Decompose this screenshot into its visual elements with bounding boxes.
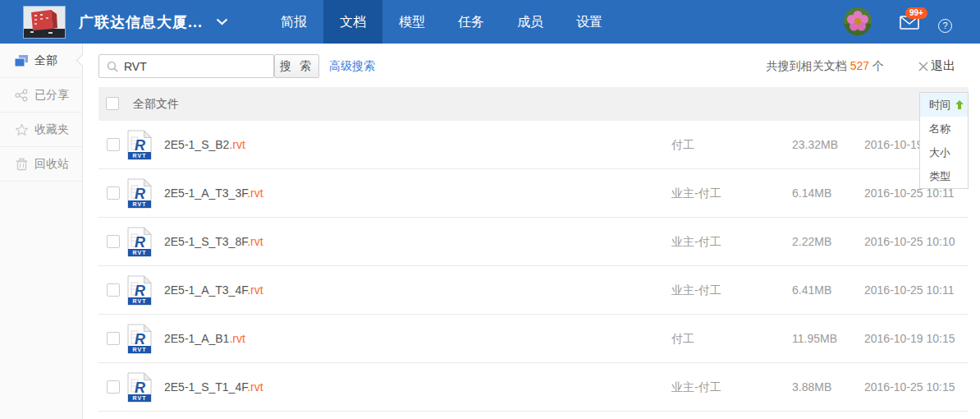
message-count-badge: 99+ [905, 7, 927, 19]
file-extension: .rvt [247, 283, 263, 297]
sort-option-time[interactable]: 时间 [920, 93, 968, 117]
table-row[interactable]: R RVT 2E5-1_A_B1.rvt 付工 11.95MB 2016-10-… [98, 315, 969, 363]
table-row[interactable]: R RVT 2E5-1_S_T1_4F.rvt 业主-付工 3.88MB 201… [98, 363, 969, 412]
size-cell: 23.32MB [792, 121, 838, 169]
project-switcher[interactable]: 广联达信息大厦... [79, 0, 228, 44]
help-button[interactable]: ? [938, 19, 952, 33]
table-row[interactable]: R RVT 2E5-1_S_T3_8F.rvt 业主-付工 2.22MB 201… [98, 218, 969, 266]
row-checkbox[interactable] [107, 332, 120, 345]
date-cell: 2016-10-25 10:10 [864, 218, 955, 266]
result-suffix: 个 [872, 59, 884, 72]
file-base-name: 2E5-1_S_T3_8F [164, 235, 247, 248]
search-icon [107, 61, 119, 73]
svg-text:RVT: RVT [133, 395, 147, 401]
search-toolbar: 搜 索 高级搜索 共搜到相关文档527个 退出 [98, 54, 969, 78]
star-icon [14, 123, 29, 136]
main-nav: 简报 文档 模型 任务 成员 设置 [264, 0, 619, 44]
flower-avatar-icon [844, 7, 872, 35]
uploader-cell: 业主-付工 [671, 169, 721, 218]
file-extension: .rvt [229, 332, 245, 345]
svg-text:R: R [135, 234, 145, 251]
file-name-link[interactable]: 2E5-1_S_T3_8F.rvt [164, 218, 263, 266]
sidebar-item-shared[interactable]: 已分享 [0, 78, 82, 113]
tab-members[interactable]: 成员 [501, 0, 560, 44]
sort-option-label: 类型 [929, 169, 950, 184]
row-checkbox[interactable] [107, 186, 120, 200]
tab-settings[interactable]: 设置 [560, 0, 619, 44]
top-navbar: 广联达信息大厦... 简报 文档 模型 任务 成员 设置 99+ ? [0, 0, 980, 44]
size-cell: 2.22MB [792, 218, 831, 266]
sidebar-item-all[interactable]: 全部 [0, 44, 82, 78]
avatar[interactable] [844, 7, 872, 35]
sort-option-label: 大小 [929, 145, 950, 160]
share-icon [14, 89, 29, 102]
sort-dropdown-menu: 时间 名称 大小 类型 [919, 92, 969, 189]
sidebar: 全部 已分享 收藏夹 [0, 44, 83, 419]
result-count-number: 527 [850, 59, 869, 72]
file-name-link[interactable]: 2E5-1_A_T3_4F.rvt [164, 266, 263, 315]
file-extension: .rvt [247, 186, 263, 200]
svg-text:R: R [135, 283, 145, 299]
sidebar-item-label: 回收站 [34, 157, 69, 172]
exit-search-button[interactable]: 退出 [918, 58, 955, 74]
chevron-down-icon [216, 18, 228, 25]
file-name-link[interactable]: 2E5-1_A_T3_3F.rvt [164, 169, 263, 218]
rvt-file-icon: R RVT [127, 130, 152, 163]
uploader-cell: 业主-付工 [671, 363, 721, 412]
row-checkbox[interactable] [107, 283, 120, 297]
svg-text:RVT: RVT [133, 298, 147, 304]
sort-option-name[interactable]: 名称 [920, 117, 968, 140]
uploader-cell: 付工 [671, 315, 694, 363]
file-base-name: 2E5-1_S_B2 [164, 138, 229, 151]
advanced-search-link[interactable]: 高级搜索 [329, 54, 375, 78]
date-cell: 2016-10-19 10:15 [864, 315, 955, 363]
sidebar-item-favorites[interactable]: 收藏夹 [0, 113, 82, 147]
search-button[interactable]: 搜 索 [274, 54, 319, 78]
file-base-name: 2E5-1_A_T3_3F [164, 186, 247, 200]
row-checkbox[interactable] [107, 380, 120, 394]
row-checkbox[interactable] [107, 235, 120, 248]
date-cell: 2016-10-25 10:11 [864, 266, 955, 315]
table-row[interactable]: R RVT 2E5-1_S_B2.rvt 付工 23.32MB 2016-10-… [98, 121, 969, 169]
rvt-file-icon: R RVT [127, 372, 152, 406]
trash-icon [14, 158, 29, 171]
file-extension: .rvt [247, 235, 263, 248]
file-name-link[interactable]: 2E5-1_A_B1.rvt [164, 315, 245, 363]
size-cell: 3.88MB [792, 363, 831, 412]
tab-models[interactable]: 模型 [382, 0, 442, 44]
file-name-link[interactable]: 2E5-1_S_T1_4F.rvt [164, 363, 263, 412]
sidebar-item-label: 已分享 [34, 88, 69, 103]
tab-documents[interactable]: 文档 [323, 0, 382, 44]
file-name-link[interactable]: 2E5-1_S_B2.rvt [164, 121, 245, 169]
sort-option-size[interactable]: 大小 [920, 140, 968, 164]
project-logo[interactable] [23, 6, 66, 39]
svg-text:RVT: RVT [133, 347, 147, 352]
svg-text:RVT: RVT [133, 250, 147, 256]
building-thumbnail-icon [24, 7, 65, 38]
select-all-checkbox[interactable] [106, 97, 119, 110]
search-input[interactable] [124, 56, 270, 76]
row-checkbox[interactable] [107, 138, 120, 151]
project-title: 广联达信息大厦... [79, 12, 203, 32]
tab-briefing[interactable]: 简报 [264, 0, 323, 44]
rvt-file-icon: R RVT [127, 324, 152, 357]
list-header: 全部文件 [98, 87, 969, 121]
svg-text:R: R [135, 186, 145, 202]
rvt-file-icon: R RVT [127, 227, 152, 260]
sidebar-item-label: 收藏夹 [34, 122, 69, 137]
svg-text:RVT: RVT [133, 201, 147, 207]
sidebar-item-label: 全部 [34, 53, 57, 68]
rvt-file-icon: R RVT [127, 178, 152, 212]
svg-text:R: R [135, 137, 145, 154]
sidebar-item-recycle-bin[interactable]: 回收站 [0, 147, 82, 182]
file-base-name: 2E5-1_A_B1 [164, 332, 229, 345]
table-row[interactable]: R RVT 2E5-1_A_T3_3F.rvt 业主-付工 6.14MB 201… [98, 169, 969, 218]
rvt-file-icon: R RVT [127, 275, 152, 309]
file-extension: .rvt [247, 380, 263, 394]
uploader-cell: 业主-付工 [671, 266, 721, 315]
uploader-cell: 业主-付工 [671, 218, 721, 266]
sort-ascending-icon [955, 100, 964, 109]
table-row[interactable]: R RVT 2E5-1_A_T3_4F.rvt 业主-付工 6.41MB 201… [98, 266, 969, 315]
tab-tasks[interactable]: 任务 [442, 0, 501, 44]
sort-option-type[interactable]: 类型 [920, 164, 968, 188]
